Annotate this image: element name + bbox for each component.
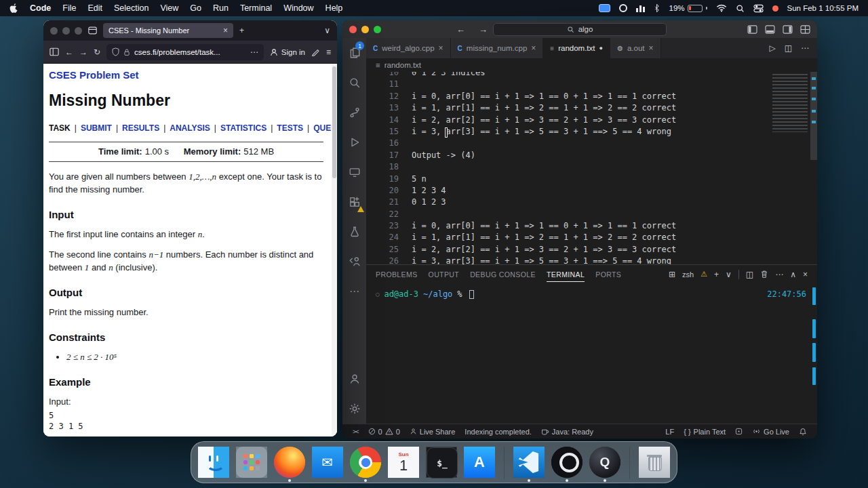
highlighter-icon[interactable]	[311, 47, 320, 56]
explorer-icon[interactable]: 1	[342, 38, 366, 68]
close-tab-icon[interactable]: ×	[531, 43, 536, 53]
obs-status-icon[interactable]	[619, 4, 627, 12]
url-bar[interactable]: cses.fi/problemset/task... ⋯	[106, 44, 264, 60]
window-controls[interactable]	[349, 26, 381, 33]
dock-appstore[interactable]: A	[464, 447, 495, 478]
sign-in-button[interactable]: Sign in	[270, 48, 305, 56]
list-tabs-icon[interactable]: ∨	[324, 26, 330, 35]
menu-view[interactable]: View	[160, 3, 178, 13]
dock-finder[interactable]	[198, 447, 229, 478]
run-file-icon[interactable]: ▷	[769, 43, 775, 53]
dock-chrome[interactable]	[350, 447, 381, 478]
toggle-panel-icon[interactable]	[765, 25, 775, 34]
run-debug-icon[interactable]	[342, 127, 366, 157]
terminal-profile-icon[interactable]: ⊞	[669, 270, 675, 279]
problems-status[interactable]: 0 0	[363, 428, 405, 436]
menu-code[interactable]: Code	[30, 3, 51, 13]
close-tab-icon[interactable]: ×	[223, 26, 228, 35]
menu-terminal[interactable]: Terminal	[240, 3, 272, 13]
split-editor-icon[interactable]: ◫	[785, 43, 792, 53]
dock-quicktime[interactable]: Q	[589, 447, 620, 478]
minimap[interactable]	[772, 74, 808, 132]
minimize-window-icon[interactable]	[62, 27, 70, 35]
go-live-button[interactable]: Go Live	[747, 428, 794, 436]
cses-site-title[interactable]: CSES Problem Set	[49, 68, 323, 83]
close-tab-icon[interactable]: ×	[649, 43, 654, 53]
source-control-icon[interactable]	[342, 98, 366, 127]
command-center-search[interactable]: algo	[493, 23, 667, 36]
settings-gear-icon[interactable]	[342, 394, 366, 424]
browser-tab[interactable]: CSES - Missing Number ×	[103, 23, 233, 38]
control-center-icon[interactable]	[753, 3, 764, 14]
panel-tab-debug-console[interactable]: DEBUG CONSOLE	[470, 266, 536, 282]
screen-mirroring-icon[interactable]	[599, 4, 610, 12]
more-views-icon[interactable]: ⋯	[342, 277, 366, 306]
dock-mail[interactable]: ✉	[312, 447, 343, 478]
tracking-protection-shield-icon[interactable]	[112, 47, 119, 56]
language-mode[interactable]: { }Plain Text	[679, 428, 730, 436]
dock-launchpad[interactable]	[236, 447, 267, 478]
notifications-bell-icon[interactable]	[794, 428, 812, 436]
dock-separator[interactable]	[502, 447, 507, 478]
dock-separator[interactable]	[627, 447, 632, 478]
new-tab-icon[interactable]: +	[239, 26, 244, 35]
extension-status-icon[interactable]	[730, 428, 747, 435]
close-panel-icon[interactable]: ×	[803, 270, 808, 279]
breadcrumb[interactable]: ≡ random.txt	[366, 58, 817, 72]
terminal-dropdown-icon[interactable]: ∨	[726, 270, 732, 279]
zoom-window-icon[interactable]	[75, 27, 82, 35]
dock-terminal[interactable]: $_	[426, 447, 457, 478]
history-forward-icon[interactable]: →	[479, 24, 488, 35]
remote-explorer-icon[interactable]	[342, 157, 366, 187]
scrollbar-thumb[interactable]	[332, 66, 336, 178]
firefox-view-icon[interactable]	[88, 26, 97, 35]
split-terminal-icon[interactable]: ◫	[746, 270, 753, 279]
page-actions-icon[interactable]: ⋯	[250, 48, 258, 56]
maximize-panel-icon[interactable]: ∧	[790, 270, 796, 279]
search-icon[interactable]	[342, 68, 366, 98]
terminal[interactable]: ○ ad@ad-3 ~/algo % 22:47:56	[366, 283, 817, 424]
sidebar-toggle-icon[interactable]	[50, 47, 59, 56]
tab-random-txt[interactable]: ≡ random.txt ● ×	[543, 38, 610, 58]
menu-edit[interactable]: Edit	[87, 3, 102, 13]
menubar-clock[interactable]: Sun Feb 1 10:55 PM	[787, 4, 859, 12]
browser-scrollbar[interactable]	[332, 64, 337, 436]
shell-name[interactable]: zsh	[682, 270, 694, 279]
recording-status-icon[interactable]	[772, 5, 778, 12]
forward-icon[interactable]: →	[79, 48, 87, 56]
tab-weird-algo-cpp[interactable]: C weird_algo.cpp ● ×	[366, 38, 451, 58]
nav-submit[interactable]: SUBMIT	[81, 123, 122, 133]
remote-indicator[interactable]: ><	[348, 428, 363, 435]
nav-results[interactable]: RESULTS	[122, 123, 170, 133]
live-share-status[interactable]: Live Share	[405, 428, 460, 436]
eol-indicator[interactable]: LF	[660, 428, 679, 436]
close-window-icon[interactable]	[349, 26, 357, 33]
nav-analysis[interactable]: ANALYSIS	[170, 123, 220, 133]
menu-selection[interactable]: Selection	[114, 3, 149, 13]
minimize-window-icon[interactable]	[361, 26, 369, 33]
menu-help[interactable]: Help	[326, 3, 343, 13]
panel-tab-ports[interactable]: PORTS	[595, 266, 621, 282]
editor[interactable]: 10 0 1 2 3 indices 11 12 i = 0, arr[0] =…	[366, 72, 817, 264]
close-window-icon[interactable]	[50, 27, 58, 35]
toggle-sidebar-icon[interactable]	[747, 25, 757, 34]
editor-more-actions-icon[interactable]: ⋯	[801, 43, 809, 53]
dock-trash[interactable]	[639, 447, 670, 478]
new-terminal-icon[interactable]: +	[714, 270, 719, 279]
panel-more-actions-icon[interactable]: ⋯	[775, 270, 783, 279]
tab-missing-num-cpp[interactable]: C missing_num.cpp ● ×	[451, 38, 544, 58]
account-icon[interactable]	[342, 364, 366, 394]
live-share-icon[interactable]	[342, 247, 366, 277]
customize-layout-icon[interactable]	[800, 25, 810, 34]
menu-go[interactable]: Go	[190, 3, 201, 13]
close-tab-icon[interactable]: ×	[439, 43, 443, 53]
menu-run[interactable]: Run	[213, 3, 229, 13]
dock-vscode[interactable]	[513, 447, 545, 478]
app-menu-icon[interactable]: ≡	[326, 48, 331, 56]
reload-icon[interactable]: ↻	[94, 48, 100, 56]
java-status[interactable]: Java: Ready	[536, 428, 598, 436]
testing-icon[interactable]	[342, 217, 366, 247]
dock-calendar[interactable]: Sun 1	[388, 447, 419, 478]
nav-statistics[interactable]: STATISTICS	[220, 123, 277, 133]
dock-firefox[interactable]	[274, 447, 305, 478]
